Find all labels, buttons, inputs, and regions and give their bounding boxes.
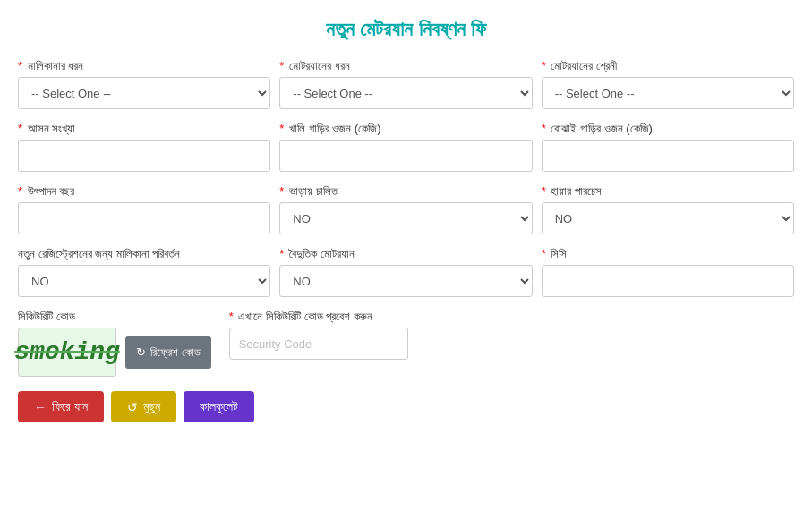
required-star: * [542,184,546,198]
vehicle-type-group: * মোটরযানের ধরন -- Select One -- [279,59,532,109]
calculate-label: কালকুলেট [200,399,238,413]
hire-driven-select[interactable]: NO YES [279,202,532,234]
captcha-input-label: * এখানে সিকিউরিটি কোড প্রবেশ করুন [229,310,498,324]
captcha-text: smoking [14,338,120,366]
loaded-weight-input[interactable] [542,140,794,172]
vehicle-type-select[interactable]: -- Select One -- [279,77,532,109]
required-star: * [542,59,546,72]
seat-count-group: * আসন সংখ্যা [18,122,270,172]
calculate-button[interactable]: কালকুলেট [184,391,254,422]
hire-driven-group: * ভাড়ায় চালিত NO YES [279,184,532,234]
back-button[interactable]: ← ফিরে যান [18,391,104,422]
refresh-captcha-button[interactable]: ↻ রিফ্রেশ কোড [125,336,211,369]
form-row-3: * উৎপাদন বছর * ভাড়ায় চালিত NO YES * হা… [18,184,794,234]
electric-vehicle-group: * বৈদুতিক মোটরযান NO YES [279,247,532,297]
required-star: * [542,247,546,260]
required-star: * [18,122,22,135]
seat-count-label: * আসন সংখ্যা [18,122,270,136]
captcha-image: smoking [18,328,116,377]
required-star: * [18,184,22,198]
back-icon: ← [34,400,47,414]
vehicle-class-group: * মোটরযানের শ্রেনী -- Select One -- [542,59,794,109]
captcha-label: সিকিউরিটি কোড [18,310,211,324]
vehicle-class-select[interactable]: -- Select One -- [542,77,794,109]
ownership-change-label: নতুন রেজিস্ট্রেশনের জন্য মালিকানা পরিবর্… [18,247,270,261]
hire-driven-label: * ভাড়ায় চালিত [279,184,532,199]
ownership-type-select[interactable]: -- Select One -- [18,77,270,109]
vehicle-class-label: * মোটরযানের শ্রেনী [542,59,794,73]
production-year-group: * উৎপাদন বছর [18,184,270,234]
captcha-row: সিকিউরিটি কোড smoking ↻ রিফ্রেশ কোড * এখ… [18,310,794,377]
electric-vehicle-select[interactable]: NO YES [279,265,532,297]
required-star: * [18,59,22,72]
ownership-change-select[interactable]: NO YES [18,265,270,297]
vehicle-type-label: * মোটরযানের ধরন [279,59,532,73]
required-star: * [279,247,284,260]
refresh-icon: ↻ [136,345,146,359]
captcha-right: * এখানে সিকিউরিটি কোড প্রবেশ করুন [229,310,498,360]
empty-weight-group: * খালি গাড়ির ওজন (কেজি) [279,122,532,172]
required-star: * [279,59,284,72]
captcha-section: সিকিউরিটি কোড smoking ↻ রিফ্রেশ কোড * এখ… [18,310,794,377]
hire-purchase-label: * হায়ার পারচেস [542,184,794,199]
form-row-2: * আসন সংখ্যা * খালি গাড়ির ওজন (কেজি) * … [18,122,794,172]
reset-icon: ↺ [127,400,138,414]
empty-weight-input[interactable] [279,140,532,172]
production-year-label: * উৎপাদন বছর [18,184,270,199]
ownership-change-group: নতুন রেজিস্ট্রেশনের জন্য মালিকানা পরিবর্… [18,247,270,297]
footer-buttons: ← ফিরে যান ↺ মুছুন কালকুলেট [18,391,794,422]
cc-label: * সিসি [542,247,794,261]
required-star: * [279,184,284,198]
production-year-input[interactable] [18,202,270,234]
captcha-input[interactable] [229,328,408,360]
required-star: * [542,122,546,135]
seat-count-input[interactable] [18,140,270,172]
cc-input[interactable] [542,265,794,297]
loaded-weight-label: * বোঝাই গাড়ির ওজন (কেজি) [542,122,794,136]
electric-vehicle-label: * বৈদুতিক মোটরযান [279,247,532,261]
captcha-box: smoking ↻ রিফ্রেশ কোড [18,328,211,377]
hire-purchase-group: * হায়ার পারচেস NO YES [542,184,794,234]
page-title: নতুন মেটরযান নিবষ্ণন ফি [18,18,794,41]
reset-button[interactable]: ↺ মুছুন [111,391,176,422]
refresh-label: রিফ্রেশ কোড [150,345,201,360]
cc-group: * সিসি [542,247,794,297]
ownership-type-group: * মালিকানার ধরন -- Select One -- [18,59,270,109]
required-star: * [229,310,234,323]
back-label: ফিরে যান [52,399,88,414]
reset-label: মুছুন [143,399,160,414]
empty-weight-label: * খালি গাড়ির ওজন (কেজি) [279,122,532,136]
ownership-type-label: * মালিকানার ধরন [18,59,270,73]
loaded-weight-group: * বোঝাই গাড়ির ওজন (কেজি) [542,122,794,172]
form-row-1: * মালিকানার ধরন -- Select One -- * মোটরয… [18,59,794,109]
hire-purchase-select[interactable]: NO YES [542,202,794,234]
captcha-left: সিকিউরিটি কোড smoking ↻ রিফ্রেশ কোড [18,310,211,377]
form-row-4: নতুন রেজিস্ট্রেশনের জন্য মালিকানা পরিবর্… [18,247,794,297]
required-star: * [279,122,284,135]
